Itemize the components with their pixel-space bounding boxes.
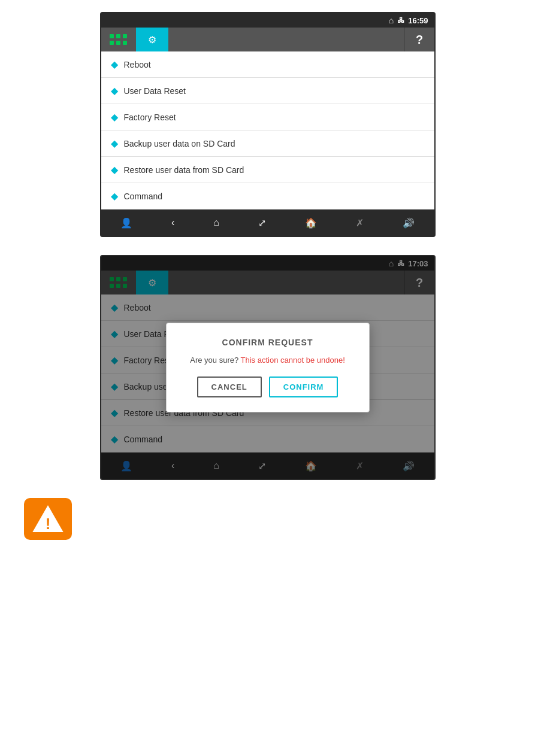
top-nav-1: ⚙ ? [101,28,434,51]
menu-item-user-data-reset-1[interactable]: ◆ User Data Reset [101,78,434,104]
bullet-icon: ◆ [111,85,118,96]
svg-text:!: ! [46,515,51,533]
warning-icon-container: ! [24,498,72,540]
wifi-icon: 🖧 [397,16,404,25]
settings-button-1[interactable]: ⚙ [136,28,168,51]
confirm-button[interactable]: CONFIRM [269,377,338,397]
dialog-overlay: CONFIRM REQUEST Are you sure? This actio… [101,256,434,479]
dialog-title: CONFIRM REQUEST [183,338,352,347]
house-icon-1[interactable]: 🏠 [305,217,317,229]
bullet-icon: ◆ [111,59,118,70]
home-status-icon: ⌂ [389,16,394,25]
menu-list-1: ◆ Reboot ◆ User Data Reset ◆ Factory Res… [101,51,434,210]
dialog-message: Are you sure? This action cannot be undo… [183,356,352,365]
volume-icon-1[interactable]: 🔊 [403,217,415,229]
confirm-dialog: CONFIRM REQUEST Are you sure? This actio… [166,323,370,412]
menu-item-factory-reset-1[interactable]: ◆ Factory Reset [101,104,434,130]
cancel-button[interactable]: CANCEL [197,377,262,397]
expand-icon-1[interactable]: ⤢ [258,217,266,229]
mute-icon-1[interactable]: ✗ [356,217,364,229]
home-nav-icon-1[interactable]: ⌂ [213,217,219,228]
dialog-buttons: CANCEL CONFIRM [183,377,352,397]
back-icon-1[interactable]: ‹ [171,217,174,228]
bullet-icon: ◆ [111,111,118,123]
dialog-highlight: This action cannot be undone! [241,356,345,365]
menu-item-reboot-1[interactable]: ◆ Reboot [101,51,434,78]
warning-triangle-svg: ! [32,504,64,534]
help-button-1[interactable]: ? [404,28,434,51]
gear-icon-1: ⚙ [148,34,156,45]
menu-item-command-1[interactable]: ◆ Command [101,183,434,210]
apps-button-1[interactable] [101,28,136,51]
bullet-icon: ◆ [111,138,118,149]
menu-item-restore-1[interactable]: ◆ Restore user data from SD Card [101,157,434,183]
alert-user-icon-1[interactable]: 👤 [120,217,132,229]
menu-item-backup-1[interactable]: ◆ Backup user data on SD Card [101,130,434,157]
screen1-frame: ⌂ 🖧 16:59 ⚙ ? ◆ Reboot [100,12,436,237]
screen2-frame: ⌂ 🖧 17:03 ⚙ ? ◆ Reboot [100,255,436,480]
bullet-icon: ◆ [111,190,118,202]
apps-grid-icon [110,34,128,45]
status-bar-1: ⌂ 🖧 16:59 [101,13,434,28]
bullet-icon: ◆ [111,164,118,175]
bottom-nav-1: 👤 ‹ ⌂ ⤢ 🏠 ✗ 🔊 [101,210,434,236]
status-time-1: 16:59 [408,16,428,25]
